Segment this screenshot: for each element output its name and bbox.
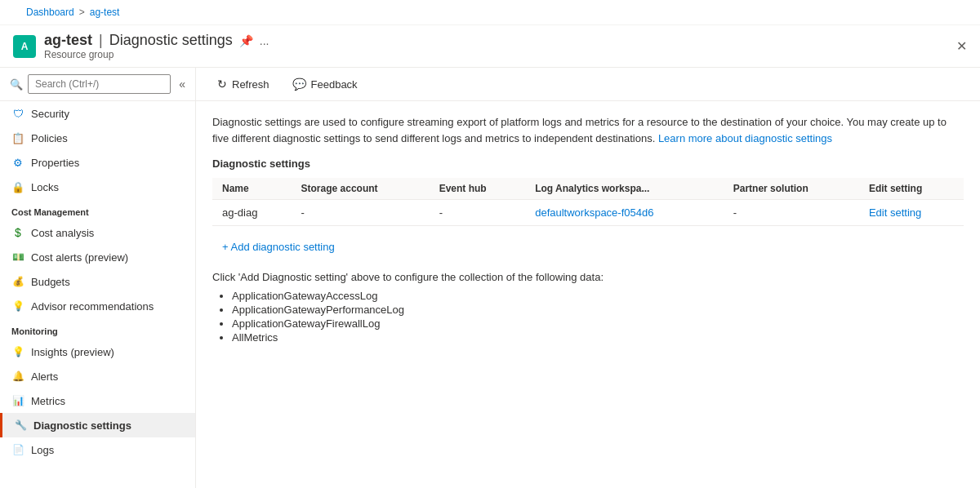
sidebar-label-logs: Logs [31, 444, 54, 456]
section-cost-management: Cost Management [0, 199, 195, 220]
metrics-icon: 📊 [11, 394, 24, 407]
toolbar: ↻ Refresh 💬 Feedback [196, 68, 980, 101]
col-eventhub: Event hub [430, 178, 526, 200]
logs-icon: 📄 [11, 443, 24, 456]
add-diagnostic-setting-link[interactable]: + Add diagnostic setting [222, 241, 335, 253]
collapse-icon[interactable]: « [179, 78, 185, 91]
shield-icon: 🛡 [11, 107, 24, 120]
list-item: ApplicationGatewayAccessLog [232, 290, 964, 302]
sidebar-item-cost-alerts[interactable]: 💵 Cost alerts (preview) [0, 245, 195, 269]
search-icon: 🔍 [10, 78, 23, 91]
section-title: Diagnostic settings [212, 157, 964, 170]
pin-icon[interactable]: 📌 [239, 34, 253, 47]
title-separator: | [99, 32, 103, 49]
sidebar-item-cost-analysis[interactable]: $ Cost analysis [0, 220, 195, 245]
policy-icon: 📋 [11, 131, 24, 144]
section-monitoring: Monitoring [0, 318, 195, 339]
top-bar: A ag-test | Diagnostic settings 📌 ... Re… [0, 25, 980, 68]
sidebar-item-locks[interactable]: 🔒 Locks [0, 175, 195, 199]
resource-subtitle: Resource group [44, 49, 269, 60]
sidebar: 🔍 « 🛡 Security 📋 Policies ⚙ Properties 🔒… [0, 68, 196, 488]
sidebar-item-budgets[interactable]: 💰 Budgets [0, 269, 195, 294]
row-eventhub: - [430, 200, 526, 226]
sidebar-item-properties[interactable]: ⚙ Properties [0, 150, 195, 175]
sidebar-item-advisor[interactable]: 💡 Advisor recommendations [0, 294, 195, 318]
alerts-icon: 🔔 [11, 370, 24, 383]
row-edit: Edit setting [859, 200, 964, 226]
close-icon[interactable]: ✕ [956, 39, 967, 53]
description-text: Diagnostic settings are used to configur… [212, 114, 947, 146]
col-name: Name [212, 178, 292, 200]
sidebar-search-container: 🔍 « [0, 68, 195, 101]
refresh-label: Refresh [232, 78, 270, 91]
col-storage: Storage account [292, 178, 430, 200]
list-item: ApplicationGatewayPerformanceLog [232, 304, 964, 316]
sidebar-label-insights: Insights (preview) [31, 346, 114, 358]
cost-analysis-icon: $ [11, 226, 24, 239]
sidebar-label-security: Security [31, 108, 69, 120]
sidebar-item-logs[interactable]: 📄 Logs [0, 437, 195, 462]
properties-icon: ⚙ [11, 156, 24, 169]
sidebar-label-budgets: Budgets [31, 276, 70, 288]
sidebar-label-advisor: Advisor recommendations [31, 300, 154, 313]
search-input[interactable] [28, 74, 171, 94]
budgets-icon: 💰 [11, 275, 24, 288]
row-name: ag-diag [212, 200, 292, 226]
insights-icon: 💡 [11, 345, 24, 358]
sidebar-item-security[interactable]: 🛡 Security [0, 101, 195, 126]
col-loganalytics: Log Analytics workspa... [525, 178, 724, 200]
learn-more-link[interactable]: Learn more about diagnostic settings [658, 132, 832, 144]
sidebar-label-cost-analysis: Cost analysis [31, 227, 94, 239]
sidebar-item-diagnostic-settings[interactable]: 🔧 Diagnostic settings [0, 413, 195, 437]
col-edit: Edit setting [859, 178, 964, 200]
sidebar-label-properties: Properties [31, 157, 79, 169]
cost-alerts-icon: 💵 [11, 251, 24, 264]
page-title: Diagnostic settings [109, 32, 233, 49]
sidebar-item-policies[interactable]: 📋 Policies [0, 126, 195, 150]
breadcrumb-dashboard[interactable]: Dashboard [26, 7, 74, 18]
lock-icon: 🔒 [11, 180, 24, 193]
feedback-icon: 💬 [292, 78, 306, 91]
list-item: AllMetrics [232, 331, 964, 344]
info-text: Click 'Add Diagnostic setting' above to … [212, 271, 964, 283]
diagnostic-settings-icon: 🔧 [14, 419, 27, 432]
row-loganalytics: defaultworkspace-f054d6 [525, 200, 724, 226]
sidebar-item-metrics[interactable]: 📊 Metrics [0, 388, 195, 413]
feedback-label: Feedback [311, 78, 358, 91]
sidebar-item-insights[interactable]: 💡 Insights (preview) [0, 339, 195, 364]
resource-name: ag-test [44, 32, 92, 49]
col-partner: Partner solution [724, 178, 859, 200]
edit-setting-link[interactable]: Edit setting [869, 206, 921, 219]
diagnostic-table: Name Storage account Event hub Log Analy… [212, 178, 964, 226]
bullet-list: ApplicationGatewayAccessLog ApplicationG… [232, 290, 964, 344]
feedback-button[interactable]: 💬 Feedback [287, 74, 363, 94]
sidebar-label-metrics: Metrics [31, 395, 65, 407]
row-partner: - [724, 200, 859, 226]
content-area: ↻ Refresh 💬 Feedback Diagnostic settings… [196, 68, 980, 488]
sidebar-label-alerts: Alerts [31, 370, 58, 383]
list-item: ApplicationGatewayFirewallLog [232, 317, 964, 330]
sidebar-label-cost-alerts: Cost alerts (preview) [31, 251, 128, 264]
breadcrumb-separator: > [79, 7, 85, 18]
page-body: Diagnostic settings are used to configur… [196, 101, 980, 358]
sidebar-label-diagnostic-settings: Diagnostic settings [33, 419, 131, 432]
breadcrumb-resource[interactable]: ag-test [90, 7, 120, 18]
sidebar-label-locks: Locks [31, 181, 59, 193]
log-analytics-link[interactable]: defaultworkspace-f054d6 [535, 206, 653, 219]
sidebar-item-alerts[interactable]: 🔔 Alerts [0, 364, 195, 388]
app-icon: A [13, 35, 36, 58]
row-storage: - [292, 200, 430, 226]
advisor-icon: 💡 [11, 299, 24, 313]
refresh-button[interactable]: ↻ Refresh [212, 74, 274, 94]
table-row: ag-diag - - defaultworkspace-f054d6 - Ed… [212, 200, 964, 226]
breadcrumb: Dashboard > ag-test [13, 3, 967, 21]
sidebar-label-policies: Policies [31, 132, 68, 144]
refresh-icon: ↻ [217, 78, 227, 91]
more-icon[interactable]: ... [260, 34, 270, 47]
